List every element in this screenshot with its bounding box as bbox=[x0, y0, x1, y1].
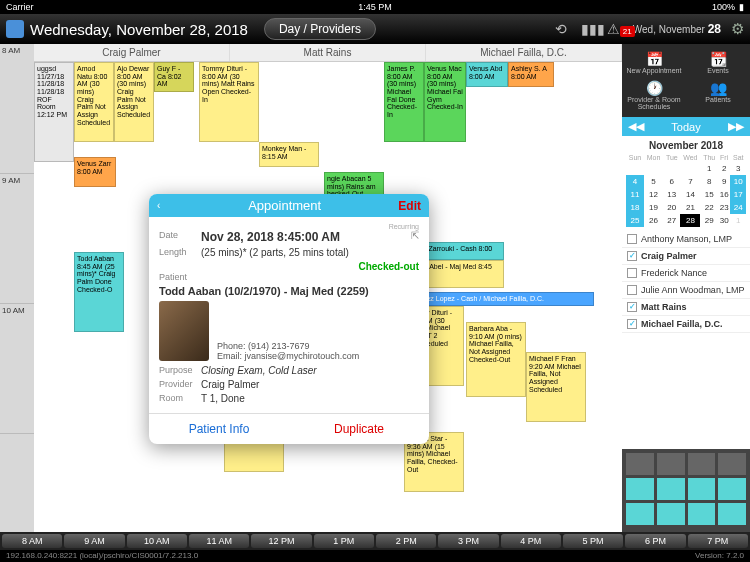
provider-checkbox[interactable]: Frederick Nance bbox=[622, 265, 750, 282]
appointment-event[interactable]: Venus Zarr 8:00 AM bbox=[74, 157, 116, 187]
appointment-event[interactable]: Guy F - Ca 8:02 AM bbox=[154, 62, 194, 92]
appt-purpose: Closing Exam, Cold Laser bbox=[201, 365, 419, 376]
right-sidebar: 📅New Appointment 📆Events 🕐Provider & Roo… bbox=[622, 44, 750, 532]
room-cell[interactable] bbox=[626, 478, 654, 500]
prev-month-icon[interactable]: ◀◀ bbox=[628, 120, 644, 133]
alert-count-badge: 21 bbox=[620, 26, 635, 37]
export-icon[interactable]: ⇱ bbox=[411, 230, 419, 244]
room-cell[interactable] bbox=[688, 478, 716, 500]
appt-length: (25 mins)* (2 parts, 25 mins total) bbox=[201, 247, 419, 258]
appointment-event[interactable]: Tommy Dituri - 8:00 AM (30 mins) Matt Ra… bbox=[199, 62, 259, 142]
hour-jump-bar: 8 AM 9 AM 10 AM 11 AM 12 PM 1 PM 2 PM 3 … bbox=[0, 532, 750, 550]
next-month-icon[interactable]: ▶▶ bbox=[728, 120, 744, 133]
room-cell[interactable] bbox=[657, 453, 685, 475]
room-cell[interactable] bbox=[718, 478, 746, 500]
room-cell[interactable] bbox=[657, 478, 685, 500]
provider-checkbox[interactable]: Julie Ann Woodman, LMP bbox=[622, 282, 750, 299]
clock-icon: 🕐 bbox=[622, 80, 686, 96]
edit-button[interactable]: Edit bbox=[398, 199, 421, 213]
top-navigation-bar: Wednesday, November 28, 2018 Day / Provi… bbox=[0, 14, 750, 44]
provider-header[interactable]: Craig Palmer bbox=[34, 44, 230, 61]
status-bar: Carrier 1:45 PM 100% ▮ bbox=[0, 0, 750, 14]
appointment-event[interactable]: Venus Abd 8:00 AM bbox=[466, 62, 508, 87]
provider-header-row: Craig Palmer Matt Rains Michael Failla, … bbox=[34, 44, 622, 62]
room-cell[interactable] bbox=[688, 503, 716, 525]
hour-button[interactable]: 7 PM bbox=[688, 534, 748, 548]
patients-button[interactable]: 👥Patients bbox=[686, 77, 750, 113]
appointment-event[interactable]: Barbara Aba - 9:10 AM (0 mins) Michael F… bbox=[466, 322, 526, 397]
appointment-event[interactable]: Venus Mac 8:00 AM (30 mins) Michael Fai … bbox=[424, 62, 466, 142]
hour-button[interactable]: 10 AM bbox=[127, 534, 187, 548]
refresh-icon[interactable]: ⟲ bbox=[555, 21, 571, 37]
patient-info-button[interactable]: Patient Info bbox=[149, 414, 289, 444]
mini-calendar[interactable]: November 2018 SunMonTueWedThuFriSat 123 … bbox=[622, 136, 750, 231]
stats-icon[interactable]: ▮▮▮ bbox=[581, 21, 597, 37]
calendar-plus-icon: 📅 bbox=[622, 51, 686, 67]
appointment-event[interactable]: Amod Natu 8:00 AM (30 mins) Craig Palm N… bbox=[74, 62, 114, 142]
hour-button[interactable]: 8 AM bbox=[2, 534, 62, 548]
appt-date: Nov 28, 2018 8:45:00 AM bbox=[201, 230, 411, 244]
duplicate-button[interactable]: Duplicate bbox=[289, 414, 429, 444]
room-cell[interactable] bbox=[688, 453, 716, 475]
appointment-detail-popup: ‹ Appointment Edit Recurring DateNov 28,… bbox=[149, 194, 429, 444]
appt-room: T 1, Done bbox=[201, 393, 419, 404]
time-9am: 9 AM bbox=[0, 174, 34, 304]
hour-button[interactable]: 9 AM bbox=[64, 534, 124, 548]
appointment-event[interactable]: Ashley S. A 8:00 AM bbox=[508, 62, 554, 87]
room-cell[interactable] bbox=[657, 503, 685, 525]
today-button[interactable]: Today bbox=[671, 121, 700, 133]
recurring-label: Recurring bbox=[159, 223, 419, 230]
room-cell[interactable] bbox=[626, 453, 654, 475]
hour-button[interactable]: 4 PM bbox=[501, 534, 561, 548]
new-appointment-button[interactable]: 📅New Appointment bbox=[622, 48, 686, 77]
connection-info: 192.168.0.240:8221 (local)/pschiro/CIS00… bbox=[6, 550, 198, 562]
hour-button[interactable]: 12 PM bbox=[251, 534, 311, 548]
provider-checkbox[interactable]: ✓Michael Failla, D.C. bbox=[622, 316, 750, 333]
room-cell[interactable] bbox=[718, 503, 746, 525]
patient-name: Todd Aaban (10/2/1970) - Maj Med (2259) bbox=[159, 285, 419, 297]
appointment-event[interactable]: Martinez Lopez - Cash / Michael Failla, … bbox=[404, 292, 594, 306]
time-10am: 10 AM bbox=[0, 304, 34, 434]
hour-button[interactable]: 5 PM bbox=[563, 534, 623, 548]
provider-filter-list: Anthony Manson, LMP ✓Craig Palmer Freder… bbox=[622, 231, 750, 449]
view-mode-selector[interactable]: Day / Providers bbox=[264, 18, 376, 40]
room-status-grid[interactable] bbox=[622, 449, 750, 532]
time-8am: 8 AM bbox=[0, 44, 34, 174]
appt-provider: Craig Palmer bbox=[201, 379, 419, 390]
appointment-event[interactable]: Monkey Man - 8:15 AM bbox=[259, 142, 319, 167]
events-button[interactable]: 📆Events bbox=[686, 48, 750, 77]
carrier-label: Carrier bbox=[6, 2, 34, 12]
status-time: 1:45 PM bbox=[358, 2, 392, 12]
appointment-event[interactable]: Todd Aaban 8:45 AM (25 mins)* Craig Palm… bbox=[74, 252, 124, 332]
time-gutter: 8 AM 9 AM 10 AM bbox=[0, 44, 34, 532]
appointment-event[interactable]: uggsd 11/27/18 11/28/18 11/28/18 ROF Roo… bbox=[34, 62, 74, 162]
provider-header[interactable]: Michael Failla, D.C. bbox=[426, 44, 622, 61]
app-logo-icon[interactable] bbox=[6, 20, 24, 38]
battery-label: 100% bbox=[712, 2, 735, 12]
room-cell[interactable] bbox=[626, 503, 654, 525]
hour-button[interactable]: 2 PM bbox=[376, 534, 436, 548]
calendar-icon: 📆 bbox=[686, 51, 750, 67]
schedules-button[interactable]: 🕐Provider & Room Schedules bbox=[622, 77, 686, 113]
room-cell[interactable] bbox=[718, 453, 746, 475]
popup-back-icon[interactable]: ‹ bbox=[157, 200, 171, 211]
provider-checkbox[interactable]: ✓Craig Palmer bbox=[622, 248, 750, 265]
appointment-event[interactable]: Ajo Dewar 8:00 AM (30 mins) Craig Palm N… bbox=[114, 62, 154, 142]
current-date-label: Wednesday, November 28, 2018 bbox=[30, 21, 248, 38]
provider-header[interactable]: Matt Rains bbox=[230, 44, 426, 61]
hour-button[interactable]: 3 PM bbox=[438, 534, 498, 548]
calendar-grid[interactable]: Craig Palmer Matt Rains Michael Failla, … bbox=[34, 44, 622, 532]
appointment-event[interactable]: Michael F Fran 9:20 AM Michael Failla, N… bbox=[526, 352, 586, 422]
hour-button[interactable]: 11 AM bbox=[189, 534, 249, 548]
provider-checkbox[interactable]: Anthony Manson, LMP bbox=[622, 231, 750, 248]
appointment-event[interactable]: James P. 8:00 AM (30 mins) Michael Fai D… bbox=[384, 62, 424, 142]
version-label: Version: 7.2.0 bbox=[695, 550, 744, 562]
provider-checkbox[interactable]: ✓Matt Rains bbox=[622, 299, 750, 316]
popup-title: Appointment bbox=[171, 198, 398, 213]
hour-button[interactable]: 6 PM bbox=[625, 534, 685, 548]
mini-date[interactable]: Wed, November 28 bbox=[633, 22, 721, 36]
patient-photo[interactable] bbox=[159, 301, 209, 361]
hour-button[interactable]: 1 PM bbox=[314, 534, 374, 548]
alert-icon[interactable]: ⚠21 bbox=[607, 21, 623, 37]
gear-icon[interactable]: ⚙ bbox=[731, 20, 744, 38]
